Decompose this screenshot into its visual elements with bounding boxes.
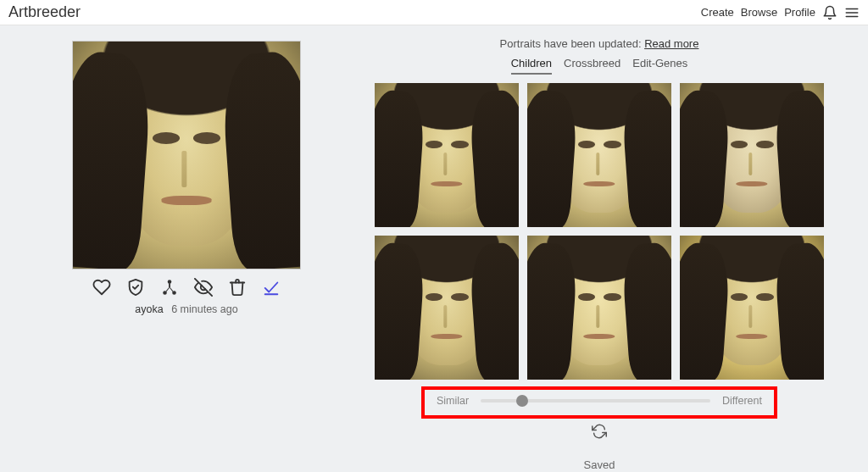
trash-icon[interactable]: [228, 278, 247, 297]
child-thumb-6[interactable]: [680, 236, 824, 380]
similarity-slider[interactable]: [481, 399, 710, 403]
tab-crossbreed[interactable]: Crossbreed: [564, 57, 620, 75]
similarity-slider-box: Similar Different: [421, 386, 777, 419]
tree-icon[interactable]: [160, 278, 179, 297]
shield-check-icon[interactable]: [126, 278, 145, 297]
tabs: Children Crossbreed Edit-Genes: [373, 57, 826, 75]
age-text: 6 minutes ago: [171, 303, 238, 315]
author-link[interactable]: ayoka: [135, 303, 163, 315]
main-portrait[interactable]: [72, 41, 301, 269]
refresh-icon[interactable]: [592, 424, 607, 439]
slider-knob[interactable]: [516, 395, 528, 407]
bell-icon[interactable]: [822, 5, 837, 20]
nav-browse[interactable]: Browse: [741, 6, 777, 19]
right-column: Portraits have been updated: Read more C…: [373, 34, 868, 471]
tab-edit-genes[interactable]: Edit-Genes: [632, 57, 687, 75]
saved-label: Saved: [373, 458, 826, 471]
brand-title[interactable]: Artbreeder: [8, 3, 81, 21]
refresh-row: [373, 424, 826, 441]
child-thumb-2[interactable]: [527, 83, 671, 227]
child-thumb-5[interactable]: [527, 236, 671, 380]
child-thumb-3[interactable]: [680, 83, 824, 227]
left-column: ayoka 6 minutes ago: [0, 34, 373, 471]
tab-children[interactable]: Children: [511, 57, 552, 75]
download-check-icon[interactable]: [262, 278, 281, 297]
heart-icon[interactable]: [92, 278, 111, 297]
eye-off-icon[interactable]: [194, 278, 213, 297]
nav-profile[interactable]: Profile: [784, 6, 815, 19]
child-thumb-1[interactable]: [375, 83, 519, 227]
svg-point-3: [168, 280, 172, 284]
banner-text: Portraits have been updated:: [500, 37, 645, 50]
hamburger-icon[interactable]: [844, 5, 860, 20]
child-thumb-4[interactable]: [375, 236, 519, 380]
children-grid: [373, 83, 826, 380]
nav-create[interactable]: Create: [701, 6, 734, 19]
slider-label-left: Similar: [437, 395, 469, 407]
action-row: [92, 278, 281, 297]
main-content: ayoka 6 minutes ago Portraits have been …: [0, 25, 868, 471]
banner-link[interactable]: Read more: [644, 37, 698, 50]
slider-label-right: Different: [722, 395, 762, 407]
top-bar: Artbreeder Create Browse Profile: [0, 0, 868, 25]
top-nav: Create Browse Profile: [701, 5, 860, 20]
update-banner: Portraits have been updated: Read more: [373, 37, 826, 50]
meta-row: ayoka 6 minutes ago: [135, 303, 237, 315]
